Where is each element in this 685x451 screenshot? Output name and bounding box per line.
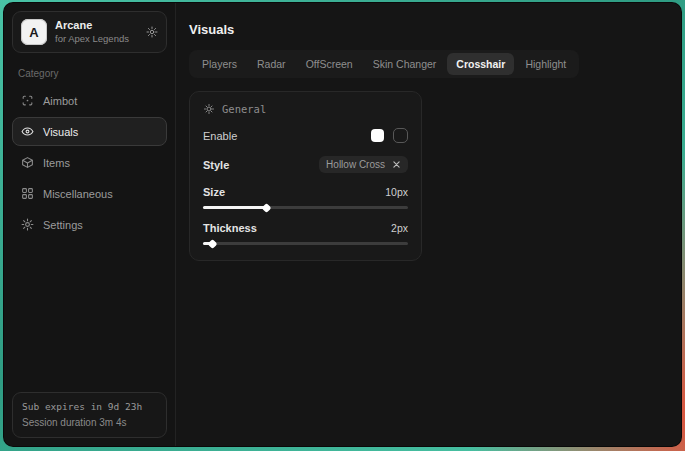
app-subtitle: for Apex Legends	[55, 33, 129, 45]
general-icon	[203, 103, 215, 115]
crosshair-color-swatch[interactable]	[371, 129, 384, 142]
style-select[interactable]: Hollow Cross	[319, 156, 408, 173]
style-row: Style Hollow Cross	[203, 156, 408, 173]
tab-crosshair[interactable]: Crosshair	[447, 53, 514, 75]
close-icon[interactable]	[392, 160, 401, 169]
sidebar-item-aimbot[interactable]: Aimbot	[12, 86, 167, 115]
sidebar-item-label: Aimbot	[43, 95, 77, 107]
size-slider-fill	[203, 206, 265, 209]
profile-meta: Arcane for Apex Legends	[55, 19, 129, 45]
tab-skin-changer[interactable]: Skin Changer	[364, 53, 446, 75]
size-label: Size	[203, 186, 225, 198]
sidebar-item-label: Visuals	[43, 126, 78, 138]
enable-controls	[371, 128, 408, 143]
sub-expiry-text: Sub expires in 9d 23h	[22, 400, 157, 415]
session-duration-text: Session duration 3m 4s	[22, 415, 157, 431]
tab-offscreen[interactable]: OffScreen	[297, 53, 362, 75]
visuals-icon	[21, 125, 34, 138]
style-selected-value: Hollow Cross	[326, 159, 385, 170]
sidebar-item-label: Items	[43, 157, 70, 169]
size-slider[interactable]	[203, 206, 408, 209]
profile-card: A Arcane for Apex Legends	[12, 11, 167, 53]
thickness-slider[interactable]	[203, 242, 408, 245]
enable-label: Enable	[203, 130, 237, 142]
tab-highlight[interactable]: Highlight	[516, 53, 575, 75]
tab-bar: Players Radar OffScreen Skin Changer Cro…	[189, 50, 579, 78]
sidebar-item-label: Miscellaneous	[43, 188, 113, 200]
size-value: 10px	[385, 186, 408, 198]
thickness-slider-thumb[interactable]	[208, 239, 218, 249]
category-label: Category	[18, 68, 161, 79]
card-header-label: General	[222, 103, 266, 115]
card-header: General	[203, 103, 408, 115]
general-card: General Enable Style Hollow Cross	[189, 91, 422, 261]
sidebar-item-miscellaneous[interactable]: Miscellaneous	[12, 179, 167, 208]
app-window: A Arcane for Apex Legends Category Aimbo	[3, 2, 682, 447]
settings-icon	[21, 218, 34, 231]
aimbot-icon	[21, 94, 34, 107]
tab-players[interactable]: Players	[193, 53, 246, 75]
items-icon	[21, 156, 34, 169]
thickness-label: Thickness	[203, 222, 257, 234]
sidebar-item-settings[interactable]: Settings	[12, 210, 167, 239]
subscription-info: Sub expires in 9d 23h Session duration 3…	[12, 392, 167, 438]
app-logo: A	[21, 19, 47, 45]
page-title: Visuals	[189, 22, 668, 37]
gear-icon[interactable]	[146, 26, 158, 38]
miscellaneous-icon	[21, 187, 34, 200]
thickness-value: 2px	[391, 222, 408, 234]
app-title: Arcane	[55, 19, 129, 33]
main-panel: Visuals Players Radar OffScreen Skin Cha…	[176, 3, 681, 446]
size-slider-thumb[interactable]	[261, 203, 271, 213]
sidebar-item-items[interactable]: Items	[12, 148, 167, 177]
sidebar-item-visuals[interactable]: Visuals	[12, 117, 167, 146]
thickness-row: Thickness 2px	[203, 222, 408, 234]
style-label: Style	[203, 159, 229, 171]
enable-checkbox[interactable]	[393, 128, 408, 143]
sidebar-item-label: Settings	[43, 219, 83, 231]
size-row: Size 10px	[203, 186, 408, 198]
sidebar: A Arcane for Apex Legends Category Aimbo	[4, 3, 176, 446]
enable-row: Enable	[203, 128, 408, 143]
tab-radar[interactable]: Radar	[248, 53, 295, 75]
